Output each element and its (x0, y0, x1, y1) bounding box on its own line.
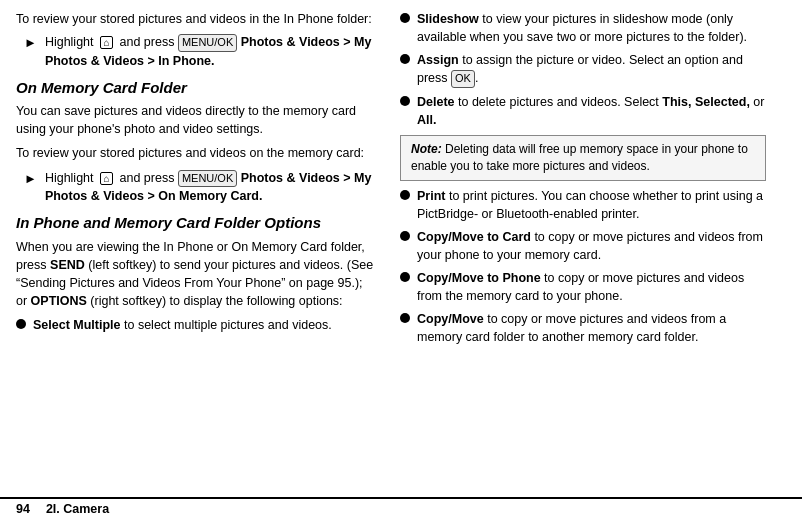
bullet-dot-print (400, 190, 410, 200)
arrow-content-memorycard: Highlight ⌂ and press MENU/OK Photos & V… (45, 169, 376, 206)
content-area: To review your stored pictures and video… (0, 0, 802, 497)
menu-ok-key-2: MENU/OK (178, 170, 237, 187)
arrow-item-inphone: ► Highlight ⌂ and press MENU/OK Photos &… (24, 33, 376, 70)
note-text: Deleting data will free up memory space … (411, 142, 748, 173)
send-key-label: SEND (50, 258, 85, 272)
bullet-select-multiple: Select Multiple to select multiple pictu… (16, 316, 376, 334)
bullet-dot-copymovecard (400, 231, 410, 241)
bullet-slideshow-content: Slideshow to view your pictures in slide… (417, 10, 766, 46)
intro-text: To review your stored pictures and video… (16, 10, 376, 28)
bullet-copymovecard-content: Copy/Move to Card to copy or move pictur… (417, 228, 766, 264)
bullet-copymove: Copy/Move to copy or move pictures and v… (400, 310, 766, 346)
bullet-select-content: Select Multiple to select multiple pictu… (33, 316, 376, 334)
ok-key: OK (451, 70, 475, 87)
bullet-print: Print to print pictures. You can choose … (400, 187, 766, 223)
bullet-assign-content: Assign to assign the picture or video. S… (417, 51, 766, 88)
bullet-delete: Delete to delete pictures and videos. Se… (400, 93, 766, 129)
assign-label: Assign (417, 53, 459, 67)
bullet-dot-slideshow (400, 13, 410, 23)
select-multiple-label: Select Multiple (33, 318, 121, 332)
bullet-copymovephone: Copy/Move to Phone to copy or move pictu… (400, 269, 766, 305)
bullet-dot-assign (400, 54, 410, 64)
section1-title: On Memory Card Folder (16, 78, 376, 98)
bullet-copymove-content: Copy/Move to copy or move pictures and v… (417, 310, 766, 346)
bullet-dot-delete (400, 96, 410, 106)
section2-p1: When you are viewing the In Phone or On … (16, 238, 376, 311)
bullet-print-content: Print to print pictures. You can choose … (417, 187, 766, 223)
slideshow-label: Slideshow (417, 12, 479, 26)
footer-bar: 94 2I. Camera (0, 497, 802, 519)
delete-all: All. (417, 113, 436, 127)
bullet-slideshow: Slideshow to view your pictures in slide… (400, 10, 766, 46)
section2-title: In Phone and Memory Card Folder Options (16, 213, 376, 233)
arrow-icon: ► (24, 34, 37, 53)
home-icon: ⌂ (100, 36, 113, 49)
section1-p1: You can save pictures and videos directl… (16, 102, 376, 138)
arrow2-middle: and press (119, 171, 174, 185)
arrow-content-inphone: Highlight ⌂ and press MENU/OK Photos & V… (45, 33, 376, 70)
delete-label: Delete (417, 95, 455, 109)
print-label: Print (417, 189, 445, 203)
delete-this: This, (662, 95, 691, 109)
arrow1-prefix: Highlight (45, 35, 94, 49)
left-column: To review your stored pictures and video… (0, 10, 390, 487)
note-box: Note: Deleting data will free up memory … (400, 135, 766, 181)
arrow-icon-2: ► (24, 170, 37, 189)
options-key-label: OPTIONS (31, 294, 87, 308)
chapter-label: 2I. Camera (46, 502, 109, 516)
right-column: Slideshow to view your pictures in slide… (390, 10, 780, 487)
home-icon-2: ⌂ (100, 172, 113, 185)
bullet-copymovephone-content: Copy/Move to Phone to copy or move pictu… (417, 269, 766, 305)
page: To review your stored pictures and video… (0, 0, 802, 519)
copymove-label: Copy/Move (417, 312, 484, 326)
page-number: 94 (16, 502, 30, 516)
bullet-dot-icon (16, 319, 26, 329)
note-label: Note: (411, 142, 442, 156)
delete-selected: Selected, (695, 95, 750, 109)
bullet-assign: Assign to assign the picture or video. S… (400, 51, 766, 88)
bullet-dot-copymovephone (400, 272, 410, 282)
arrow-item-memorycard: ► Highlight ⌂ and press MENU/OK Photos &… (24, 169, 376, 206)
arrow2-prefix: Highlight (45, 171, 94, 185)
arrow1-middle: and press (119, 35, 174, 49)
copymovecard-label: Copy/Move to Card (417, 230, 531, 244)
section1-p2: To review your stored pictures and video… (16, 144, 376, 162)
menu-ok-key: MENU/OK (178, 34, 237, 51)
bullet-dot-copymove (400, 313, 410, 323)
bullet-delete-content: Delete to delete pictures and videos. Se… (417, 93, 766, 129)
bullet-copymovecard: Copy/Move to Card to copy or move pictur… (400, 228, 766, 264)
copymovephone-label: Copy/Move to Phone (417, 271, 541, 285)
